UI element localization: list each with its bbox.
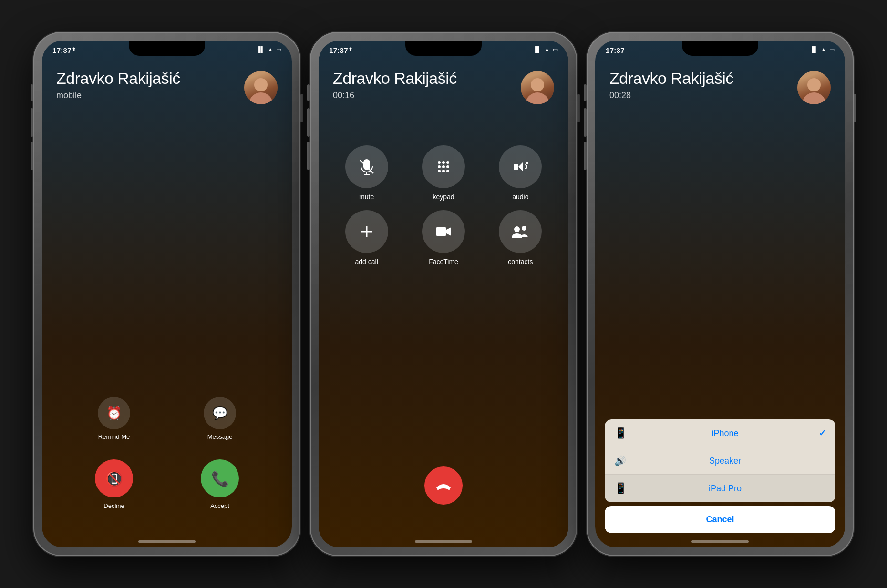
status-time-1: 17:37	[52, 46, 72, 54]
svg-point-7	[442, 165, 445, 168]
svg-point-3	[438, 161, 441, 164]
remind-message-row: ⏰ Remind Me 💬 Message	[42, 397, 292, 440]
home-indicator-2	[415, 540, 472, 543]
svg-rect-17	[436, 227, 446, 236]
facetime-label: FaceTime	[429, 258, 458, 265]
notch-1	[129, 41, 205, 56]
audio-options-list: 📱 iPhone ✓ 🔊 Speaker ✓ 📱 iPad Pro	[605, 419, 835, 502]
avatar-face-2	[521, 71, 554, 104]
svg-point-4	[442, 161, 445, 164]
status-time-2: 17:37	[329, 46, 348, 54]
facetime-icon	[422, 210, 465, 253]
keypad-icon	[422, 145, 465, 188]
notch-2	[405, 41, 482, 56]
cancel-label: Cancel	[706, 515, 734, 524]
audio-button[interactable]: audio	[487, 145, 554, 201]
avatar-2	[521, 71, 554, 104]
iphone-icon: 📱	[614, 427, 631, 439]
location-icon-2: ⬆	[348, 46, 353, 53]
signal-icon-2: ▐▌	[533, 46, 541, 53]
facetime-button[interactable]: FaceTime	[410, 210, 477, 265]
phone-frame-1: 17:37 ⬆ ▐▌ ▲ ▭ Zdravko Rakijašić mobile	[33, 32, 300, 556]
phones-container: 17:37 ⬆ ▐▌ ▲ ▭ Zdravko Rakijašić mobile	[29, 32, 858, 556]
accept-label: Accept	[210, 502, 229, 509]
decline-circle: 📵	[95, 459, 133, 497]
add-call-icon	[345, 210, 388, 253]
svg-point-5	[446, 161, 449, 164]
mute-icon	[345, 145, 388, 188]
message-label: Message	[207, 433, 233, 440]
decline-button[interactable]: 📵 Decline	[95, 459, 133, 509]
phone-incoming: 17:37 ⬆ ▐▌ ▲ ▭ Zdravko Rakijašić mobile	[33, 32, 300, 556]
signal-icon-1: ▐▌	[257, 46, 265, 53]
add-call-button[interactable]: add call	[333, 210, 400, 265]
message-icon: 💬	[204, 397, 236, 429]
wifi-icon-2: ▲	[544, 46, 550, 53]
screen-incoming: 17:37 ⬆ ▐▌ ▲ ▭ Zdravko Rakijašić mobile	[42, 41, 292, 547]
location-icon-1: ⬆	[72, 46, 76, 53]
svg-point-10	[442, 170, 445, 172]
audio-icon	[499, 145, 542, 188]
svg-point-11	[446, 170, 449, 172]
end-call-icon	[424, 466, 463, 505]
iphone-option[interactable]: 📱 iPhone ✓	[605, 419, 835, 447]
signal-icon-3: ▐▌	[810, 46, 818, 53]
speaker-label: Speaker	[631, 456, 819, 466]
phone-frame-3: 17:37 ▐▌ ▲ ▭ Zdravko Rakijašić 00:28	[587, 32, 854, 556]
battery-icon-3: ▭	[829, 46, 835, 53]
mute-label: mute	[359, 193, 374, 201]
cancel-button[interactable]: Cancel	[605, 506, 835, 533]
contacts-label: contacts	[508, 258, 533, 265]
avatar-1	[244, 71, 278, 104]
accept-circle: 📞	[201, 459, 239, 497]
speaker-option[interactable]: 🔊 Speaker ✓	[605, 447, 835, 475]
screen-active: 17:37 ⬆ ▐▌ ▲ ▭ Zdravko Rakijašić 00:16	[319, 41, 568, 547]
call-controls: mute	[319, 145, 568, 265]
svg-point-6	[438, 165, 441, 168]
status-icons-3: ▐▌ ▲ ▭	[810, 46, 835, 53]
add-call-label: add call	[355, 258, 378, 265]
svg-point-9	[438, 170, 441, 172]
battery-icon-1: ▭	[276, 46, 281, 53]
incoming-actions: ⏰ Remind Me 💬 Message 📵 Decline	[42, 397, 292, 509]
mute-button[interactable]: mute	[333, 145, 400, 201]
svg-point-14	[526, 162, 528, 164]
notch-3	[682, 41, 758, 56]
ipad-option[interactable]: 📱 iPad Pro ✓	[605, 475, 835, 502]
controls-grid: mute	[333, 145, 554, 265]
wifi-icon-1: ▲	[268, 46, 273, 53]
phone-active: 17:37 ⬆ ▐▌ ▲ ▭ Zdravko Rakijašić 00:16	[310, 32, 577, 556]
keypad-button[interactable]: keypad	[410, 145, 477, 201]
screen-audio: 17:37 ▐▌ ▲ ▭ Zdravko Rakijašić 00:28	[595, 41, 845, 547]
audio-sheet: 📱 iPhone ✓ 🔊 Speaker ✓ 📱 iPad Pro	[605, 419, 835, 533]
home-indicator-1	[138, 540, 196, 543]
svg-point-19	[514, 226, 520, 232]
ipad-label: iPad Pro	[631, 484, 819, 494]
ipad-icon: 📱	[614, 482, 631, 495]
phone-frame-2: 17:37 ⬆ ▐▌ ▲ ▭ Zdravko Rakijašić 00:16	[310, 32, 577, 556]
svg-marker-12	[514, 164, 518, 170]
svg-marker-13	[518, 162, 523, 172]
phone-audio: 17:37 ▐▌ ▲ ▭ Zdravko Rakijašić 00:28	[587, 32, 854, 556]
wifi-icon-3: ▲	[821, 46, 826, 53]
avatar-face-1	[244, 71, 278, 104]
avatar-face-3	[797, 71, 831, 104]
iphone-label: iPhone	[631, 428, 819, 438]
contacts-button[interactable]: contacts	[487, 210, 554, 265]
avatar-3	[797, 71, 831, 104]
svg-point-8	[446, 165, 449, 168]
decline-accept-row: 📵 Decline 📞 Accept	[42, 459, 292, 509]
contacts-icon	[499, 210, 542, 253]
battery-icon-2: ▭	[553, 46, 558, 53]
speaker-icon: 🔊	[614, 455, 631, 466]
home-indicator-3	[691, 540, 749, 543]
remind-icon: ⏰	[98, 397, 130, 429]
svg-point-20	[522, 226, 526, 231]
accept-button[interactable]: 📞 Accept	[201, 459, 239, 509]
message-button[interactable]: 💬 Message	[204, 397, 236, 440]
status-time-3: 17:37	[606, 46, 625, 54]
remind-label: Remind Me	[98, 433, 130, 440]
remind-me-button[interactable]: ⏰ Remind Me	[98, 397, 130, 440]
keypad-label: keypad	[433, 193, 454, 201]
end-call-button[interactable]	[424, 466, 463, 505]
